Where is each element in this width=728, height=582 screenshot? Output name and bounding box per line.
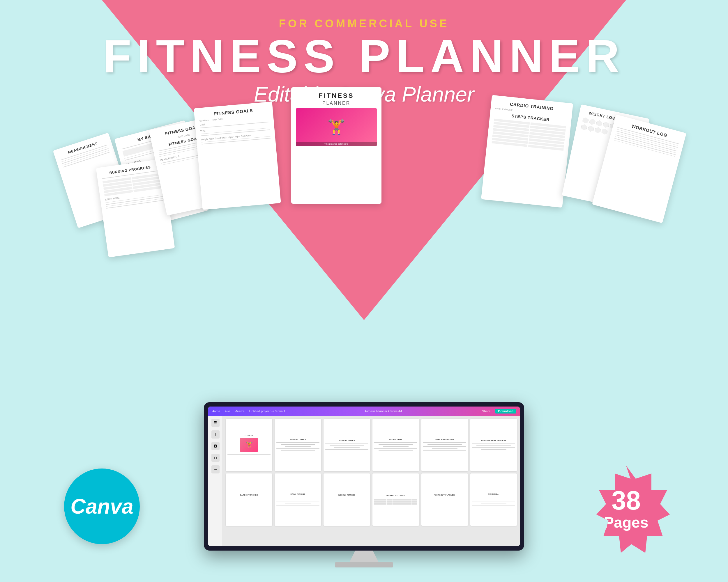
canva-share-btn[interactable]: Share xyxy=(482,410,490,413)
nav-project[interactable]: Untitled project - Canva 1 xyxy=(249,410,285,413)
thumb-fitness-cover[interactable]: FITNESS 🏋️ xyxy=(226,419,272,471)
nav-file[interactable]: File xyxy=(225,410,230,413)
canva-doc-title: Fitness Planner Canva A4 xyxy=(290,410,477,413)
sidebar-icon-shapes[interactable]: ◻ xyxy=(211,454,219,462)
thumb-cardio[interactable]: CARDIO TRACKER xyxy=(226,473,272,526)
sidebar-icon-elements[interactable]: ☰ xyxy=(211,419,219,427)
monitor-base xyxy=(335,562,393,567)
thumb-fitness-goals-1[interactable]: FITNESS GOALS xyxy=(275,419,321,471)
canva-topbar: Home File Resize Untitled project - Canv… xyxy=(208,407,520,416)
thumb-fitness-goals-2[interactable]: FITNESS GOALS xyxy=(323,419,370,471)
canva-badge: Canva xyxy=(64,469,140,544)
fitness-cover-title: FITNESS xyxy=(296,92,377,100)
canva-download-btn[interactable]: Download xyxy=(495,409,516,414)
sidebar-icon-text[interactable]: T xyxy=(211,431,219,439)
sidebar-icon-more[interactable]: ⋯ xyxy=(211,465,219,473)
canva-content: ☰ T 🖼 ◻ ⋯ FITNESS 🏋️ xyxy=(208,416,520,546)
cardio-title: CARDIO TRAINING xyxy=(496,100,568,113)
thumb-monthly[interactable]: MONTHLY FITNESS xyxy=(372,473,419,526)
monitor: Home File Resize Untitled project - Canv… xyxy=(204,402,524,551)
thumb-goal-breakdown[interactable]: GOAL BREAKDOWN xyxy=(421,419,468,471)
pages-row-1: FITNESS 🏋️ FITNESS GOALS xyxy=(226,419,517,471)
nav-home[interactable]: Home xyxy=(212,410,220,413)
monitor-screen: Home File Resize Untitled project - Canv… xyxy=(208,407,520,546)
monitor-stand xyxy=(349,551,379,562)
thumb-running[interactable]: RUNNING... xyxy=(470,473,517,526)
monitor-container: Home File Resize Untitled project - Canv… xyxy=(204,402,524,567)
thumb-measurement[interactable]: MEASUREMENT TRACKER xyxy=(470,419,517,471)
pages-badge: 38 Pages xyxy=(582,466,670,553)
canva-badge-text: Canva xyxy=(71,494,133,518)
fitness-cover-image: 🏋️ This planner belongs to xyxy=(296,108,377,146)
thumb-workout-planner[interactable]: WORKOUT PLANNER xyxy=(421,473,468,526)
fitness-goals-2-card: FITNESS GOALS Start Date:Target Date: Go… xyxy=(193,102,281,210)
fitness-cover-card: FITNESS PLANNER 🏋️ This planner belongs … xyxy=(291,87,382,204)
fitness-cover-subtitle: PLANNER xyxy=(296,101,377,106)
sidebar-icon-images[interactable]: 🖼 xyxy=(211,442,219,450)
canva-sidebar: ☰ T 🖼 ◻ ⋯ xyxy=(208,416,223,546)
thumb-weekly[interactable]: WEEKLY FITNESS xyxy=(323,473,370,526)
pages-number: 38 xyxy=(612,488,641,514)
for-commercial-text: FOR COMMERCIAL USE xyxy=(0,18,728,30)
thumb-my-big-goal[interactable]: MY BIG GOAL xyxy=(372,419,419,471)
main-title: FITNESS PLANNER xyxy=(0,33,728,79)
nav-resize[interactable]: Resize xyxy=(235,410,244,413)
canva-main-area: FITNESS 🏋️ FITNESS GOALS xyxy=(223,416,520,546)
thumb-daily[interactable]: DAILY FITNESS xyxy=(275,473,321,526)
cardio-page-card: CARDIO TRAINING DATEEXERCISE STEPS TRACK… xyxy=(481,95,573,207)
pages-row-2: CARDIO TRACKER DAILY FITNESS xyxy=(226,473,517,526)
pages-label: Pages xyxy=(604,514,648,531)
